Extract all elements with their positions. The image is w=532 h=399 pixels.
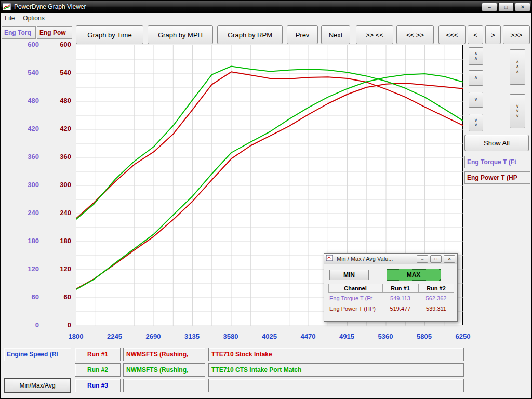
y-tick-label-torque: 60 bbox=[32, 293, 39, 301]
run1-description-field: TTE710 Stock Intake bbox=[208, 348, 464, 361]
y-tick-label-power: 540 bbox=[60, 69, 71, 76]
maximize-button[interactable]: □ bbox=[498, 3, 514, 11]
x-tick-label: 2690 bbox=[140, 332, 166, 340]
x-tick-label: 3135 bbox=[179, 332, 205, 340]
minmax-window-title: Min / Max / Avg Valu... bbox=[337, 256, 415, 262]
y-tick-label-power: 360 bbox=[60, 153, 71, 161]
run2-button[interactable]: Run #2 bbox=[75, 363, 121, 377]
table-row-torque: Eng Torque T (Ft- 549.113 562.362 bbox=[328, 293, 454, 303]
y-tick-label-torque: 0 bbox=[35, 321, 39, 329]
show-all-button[interactable]: Show All bbox=[464, 135, 529, 151]
y-tick-label-torque: 240 bbox=[28, 209, 39, 217]
torque-max-run2: 562.362 bbox=[418, 293, 454, 303]
y-tick-label-torque: 300 bbox=[28, 181, 39, 189]
minmax-avg-button[interactable]: Min/Max/Avg bbox=[4, 378, 71, 393]
app-icon bbox=[3, 3, 11, 10]
x-tick-label: 2245 bbox=[102, 332, 128, 340]
column-header-run1: Run #1 bbox=[382, 284, 418, 293]
x-tick-label: 5805 bbox=[411, 332, 437, 340]
y-tick-label-power: 300 bbox=[60, 181, 71, 189]
y-tick-label-torque: 480 bbox=[28, 97, 39, 104]
minmax-maximize-button[interactable]: □ bbox=[430, 255, 442, 263]
zoom-out-x-button[interactable]: << >> bbox=[396, 25, 434, 44]
y-tick-label-power: 600 bbox=[60, 41, 71, 48]
y-tick-label-torque: 540 bbox=[28, 69, 39, 76]
menu-file[interactable]: File bbox=[5, 15, 15, 22]
run3-description-field bbox=[208, 379, 464, 392]
channel-name: Eng Torque T (Ft- bbox=[328, 293, 382, 303]
scroll-far-left-button[interactable]: <<< bbox=[438, 25, 466, 44]
window-title: PowerDyne Graph Viewer bbox=[14, 3, 482, 10]
x-tick-label: 4470 bbox=[295, 332, 321, 340]
scroll-right-button[interactable]: > bbox=[485, 25, 501, 44]
close-button[interactable]: ✕ bbox=[515, 3, 530, 11]
run1-source-field: NWMSFTS (Rushing, bbox=[123, 348, 205, 361]
y-tick-label-power: 60 bbox=[64, 293, 71, 301]
x-tick-label: 6250 bbox=[450, 332, 476, 340]
column-header-channel: Channel bbox=[328, 284, 382, 293]
zoom-in-x-button[interactable]: >> << bbox=[356, 25, 393, 44]
graph-by-mph-button[interactable]: Graph by MPH bbox=[148, 25, 213, 44]
minmax-close-button[interactable]: ✕ bbox=[444, 255, 455, 263]
titlebar: PowerDyne Graph Viewer – □ ✕ bbox=[1, 1, 532, 13]
y-tick-label-power: 180 bbox=[60, 237, 71, 245]
max-toggle-button[interactable]: MAX bbox=[387, 269, 441, 281]
y-tick-label-torque: 360 bbox=[28, 153, 39, 161]
scroll-left-button[interactable]: < bbox=[468, 25, 483, 44]
column-header-run2: Run #2 bbox=[418, 284, 454, 293]
table-row-power: Eng Power T (HP) 519.477 539.311 bbox=[328, 303, 454, 314]
minmax-window-icon bbox=[326, 255, 335, 262]
run3-button[interactable]: Run #3 bbox=[75, 379, 121, 392]
x-tick-label: 1800 bbox=[63, 332, 89, 340]
power-max-run2: 539.311 bbox=[418, 303, 454, 314]
scroll-far-right-button[interactable]: >>> bbox=[503, 25, 530, 44]
power-max-run1: 519.477 bbox=[382, 303, 418, 314]
next-button[interactable]: Next bbox=[321, 25, 350, 44]
y-tick-label-torque: 180 bbox=[28, 237, 39, 245]
x-tick-label: 3580 bbox=[218, 332, 244, 340]
min-toggle-button[interactable]: MIN bbox=[329, 270, 369, 280]
y-tick-label-power: 480 bbox=[60, 97, 71, 104]
minmax-titlebar[interactable]: Min / Max / Avg Valu... – □ ✕ bbox=[324, 254, 457, 264]
y-tick-label-power: 420 bbox=[60, 125, 71, 132]
minmax-window: Min / Max / Avg Valu... – □ ✕ MIN MAX Ch… bbox=[324, 253, 458, 322]
run1-button[interactable]: Run #1 bbox=[75, 348, 121, 361]
minimize-button[interactable]: – bbox=[482, 3, 497, 11]
channel-name: Eng Power T (HP) bbox=[328, 303, 382, 314]
legend-eng-power[interactable]: Eng Power T (HP bbox=[464, 171, 530, 184]
y-axis-torque-labels: 600540480420360300240180120600 bbox=[15, 1, 39, 399]
y-tick-label-torque: 420 bbox=[28, 125, 39, 132]
y-tick-label-power: 120 bbox=[60, 265, 71, 273]
menubar: File Options bbox=[1, 13, 532, 23]
x-tick-label: 5360 bbox=[373, 332, 398, 340]
y-scroll-double-up-button[interactable]: ∧ ∧ bbox=[469, 47, 483, 65]
prev-button[interactable]: Prev bbox=[287, 25, 318, 44]
y-scroll-up-button[interactable]: ∧ bbox=[469, 70, 483, 86]
y-tick-label-torque: 600 bbox=[28, 41, 39, 48]
run2-source-field: NWMSFTS (Rushing, bbox=[123, 363, 205, 377]
y-tick-label-power: 0 bbox=[68, 321, 71, 329]
y-scroll-down-button[interactable]: ∨ bbox=[469, 92, 483, 108]
torque-max-run1: 549.113 bbox=[382, 293, 418, 303]
minmax-minimize-button[interactable]: – bbox=[417, 255, 428, 263]
x-tick-label: 4025 bbox=[257, 332, 283, 340]
x-tick-label: 4915 bbox=[334, 332, 360, 340]
legend-eng-torque[interactable]: Eng Torque T (Ft bbox=[464, 156, 530, 168]
powerdyne-window: PowerDyne Graph Viewer – □ ✕ File Option… bbox=[0, 0, 532, 399]
y-zoom-down-button[interactable]: ∨ ∨ ∨ bbox=[510, 94, 525, 128]
y-tick-label-torque: 120 bbox=[28, 265, 39, 273]
run2-description-field: TTE710 CTS Intake Port Match bbox=[208, 363, 464, 377]
y-zoom-up-button[interactable]: ∧ ∧ ∧ bbox=[510, 49, 525, 85]
graph-by-time-button[interactable]: Graph by Time bbox=[76, 25, 143, 44]
minmax-table: Channel Run #1 Run #2 Eng Torque T (Ft- … bbox=[328, 284, 454, 314]
x-channel-field[interactable]: Engine Speed (Rl bbox=[4, 348, 71, 361]
graph-by-rpm-button[interactable]: Graph by RPM bbox=[217, 25, 283, 44]
run3-source-field bbox=[123, 379, 205, 392]
y-tick-label-power: 240 bbox=[60, 209, 71, 217]
y-scroll-double-down-button[interactable]: ∨ ∨ bbox=[469, 114, 483, 131]
